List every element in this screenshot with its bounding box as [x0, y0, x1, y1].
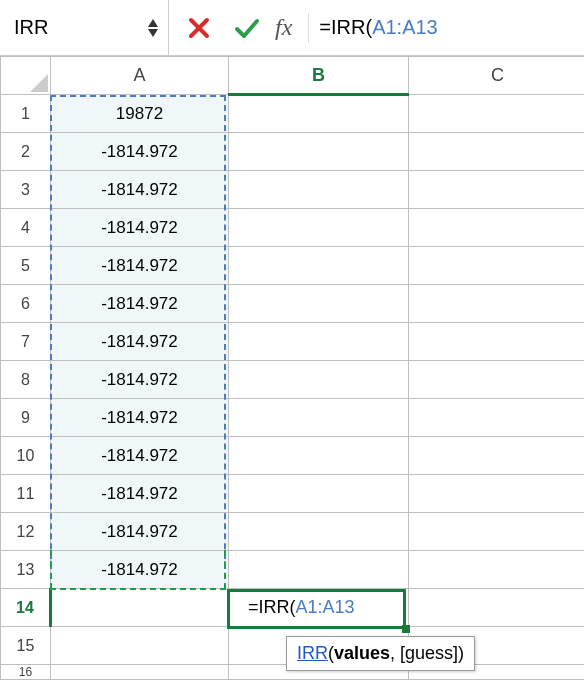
cell-a3[interactable]: -1814.972 — [51, 171, 229, 209]
chevron-down-icon — [146, 28, 160, 38]
cell-a7[interactable]: -1814.972 — [51, 323, 229, 361]
row-header[interactable]: 13 — [1, 551, 51, 589]
cell-c7[interactable] — [409, 323, 585, 361]
row-header[interactable]: 1 — [1, 95, 51, 133]
row-header[interactable]: 2 — [1, 133, 51, 171]
row-header[interactable]: 15 — [1, 627, 51, 665]
row-header[interactable]: 8 — [1, 361, 51, 399]
row-header[interactable]: 12 — [1, 513, 51, 551]
cell-b8[interactable] — [229, 361, 409, 399]
cell-c9[interactable] — [409, 399, 585, 437]
col-header-a[interactable]: A — [51, 57, 229, 95]
svg-marker-4 — [30, 74, 48, 92]
select-all-corner[interactable] — [1, 57, 51, 95]
cell-b10[interactable] — [229, 437, 409, 475]
function-tooltip[interactable]: IRR(values, [guess]) — [286, 636, 475, 671]
cancel-button[interactable] — [175, 8, 223, 48]
spreadsheet-grid: A B C 119872 2-1814.972 3-1814.972 4-181… — [0, 56, 584, 680]
row-header[interactable]: 16 — [1, 665, 51, 680]
confirm-button[interactable] — [223, 8, 271, 48]
cell-a11[interactable]: -1814.972 — [51, 475, 229, 513]
cell-b12[interactable] — [229, 513, 409, 551]
cell-a15[interactable] — [51, 627, 229, 665]
cell-c14[interactable] — [409, 589, 585, 627]
fx-label[interactable]: fx — [271, 14, 296, 41]
cell-c3[interactable] — [409, 171, 585, 209]
tooltip-fn-link[interactable]: IRR — [297, 643, 328, 663]
name-box[interactable]: IRR — [4, 0, 169, 55]
row-header[interactable]: 11 — [1, 475, 51, 513]
row-header[interactable]: 14 — [1, 589, 51, 627]
formula-input[interactable]: =IRR(A1:A13 — [315, 16, 580, 39]
cell-a6[interactable]: -1814.972 — [51, 285, 229, 323]
tooltip-arg-values[interactable]: values — [334, 643, 390, 663]
cell-a8[interactable]: -1814.972 — [51, 361, 229, 399]
cell-a14[interactable] — [51, 589, 229, 627]
cell-c8[interactable] — [409, 361, 585, 399]
row-header[interactable]: 3 — [1, 171, 51, 209]
cell-c13[interactable] — [409, 551, 585, 589]
row-header[interactable]: 10 — [1, 437, 51, 475]
cell-c2[interactable] — [409, 133, 585, 171]
cell-b7[interactable] — [229, 323, 409, 361]
cell-b14[interactable] — [229, 589, 409, 627]
chevron-up-icon — [146, 18, 160, 28]
divider — [308, 13, 309, 43]
cell-b5[interactable] — [229, 247, 409, 285]
cell-c5[interactable] — [409, 247, 585, 285]
cell-c12[interactable] — [409, 513, 585, 551]
cell-b2[interactable] — [229, 133, 409, 171]
row-header[interactable]: 7 — [1, 323, 51, 361]
col-header-c[interactable]: C — [409, 57, 585, 95]
row-header[interactable]: 9 — [1, 399, 51, 437]
cell-a1[interactable]: 19872 — [51, 95, 229, 133]
cell-c1[interactable] — [409, 95, 585, 133]
formula-text-fn: =IRR( — [319, 16, 372, 38]
formula-icons: fx — [169, 8, 302, 48]
cell-b6[interactable] — [229, 285, 409, 323]
column-header-row: A B C — [1, 57, 585, 95]
cell-a9[interactable]: -1814.972 — [51, 399, 229, 437]
cell-b1[interactable] — [229, 95, 409, 133]
svg-marker-1 — [148, 29, 158, 37]
cell-a10[interactable]: -1814.972 — [51, 437, 229, 475]
check-icon — [234, 17, 260, 39]
row-header[interactable]: 6 — [1, 285, 51, 323]
formula-text-ref: A1:A13 — [372, 16, 438, 38]
cell-a12[interactable]: -1814.972 — [51, 513, 229, 551]
grid-table[interactable]: A B C 119872 2-1814.972 3-1814.972 4-181… — [0, 56, 584, 680]
name-box-spinner[interactable] — [146, 18, 160, 38]
cell-a5[interactable]: -1814.972 — [51, 247, 229, 285]
tooltip-arg-guess[interactable]: [guess] — [400, 643, 458, 663]
cell-b9[interactable] — [229, 399, 409, 437]
cancel-icon — [188, 17, 210, 39]
cell-b4[interactable] — [229, 209, 409, 247]
name-box-text: IRR — [14, 16, 146, 39]
formula-bar: IRR fx =IRR(A1:A13 — [0, 0, 584, 56]
cell-a16[interactable] — [51, 665, 229, 680]
row-header[interactable]: 5 — [1, 247, 51, 285]
cell-b11[interactable] — [229, 475, 409, 513]
col-header-b[interactable]: B — [229, 57, 409, 95]
cell-b3[interactable] — [229, 171, 409, 209]
cell-b13[interactable] — [229, 551, 409, 589]
cell-a2[interactable]: -1814.972 — [51, 133, 229, 171]
cell-c6[interactable] — [409, 285, 585, 323]
svg-marker-0 — [148, 19, 158, 27]
cell-c11[interactable] — [409, 475, 585, 513]
cell-c4[interactable] — [409, 209, 585, 247]
cell-a4[interactable]: -1814.972 — [51, 209, 229, 247]
row-header[interactable]: 4 — [1, 209, 51, 247]
cell-a13[interactable]: -1814.972 — [51, 551, 229, 589]
cell-c10[interactable] — [409, 437, 585, 475]
